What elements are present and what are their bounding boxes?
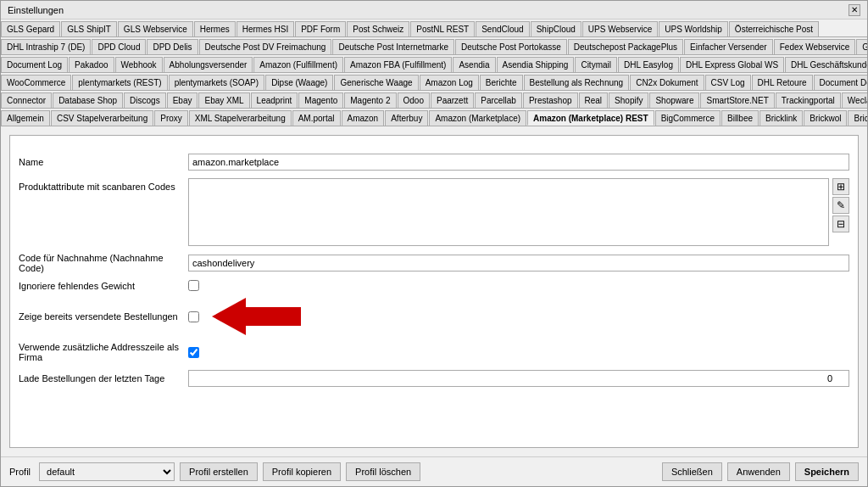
tab-magento-2[interactable]: Magento 2 <box>344 92 396 108</box>
tab-dhl-express-global[interactable]: DHL Express Global WS <box>680 57 784 72</box>
tab-document-downloader[interactable]: Document Downloader <box>814 75 867 90</box>
tab-generische-waage[interactable]: Generische Waage <box>334 75 418 90</box>
tab-gls-gepard[interactable]: GLS Gepard <box>1 21 60 36</box>
add-row-button[interactable]: ⊞ <box>832 178 849 195</box>
tab-shopify[interactable]: Shopify <box>609 92 648 108</box>
tab-gls-shipit[interactable]: GLS ShipIT <box>61 21 117 36</box>
tab-gel-express[interactable]: GEL Express <box>856 39 867 54</box>
tab-csv-log[interactable]: CSV Log <box>705 75 751 90</box>
tab-pakadoo[interactable]: Pakadoo <box>69 57 114 72</box>
tab-smartstore[interactable]: SmartStore.NET <box>700 92 774 108</box>
profile-select[interactable]: default <box>39 462 175 481</box>
tab-fedex-webservice[interactable]: Fedex Webservice <box>774 39 856 54</box>
tab-post-schweiz[interactable]: Post Schweiz <box>347 21 409 36</box>
profil-kopieren-button[interactable]: Profil kopieren <box>263 462 341 481</box>
profil-loeschen-button[interactable]: Profil löschen <box>346 462 420 481</box>
tab-csv-stapel[interactable]: CSV Stapelverarbeitung <box>51 110 153 126</box>
anwenden-button[interactable]: Anwenden <box>727 462 790 481</box>
tab-bricksout[interactable]: Bricksout <box>848 110 867 126</box>
ignoriere-checkbox[interactable] <box>188 280 199 291</box>
tab-billbee[interactable]: Billbee <box>721 110 759 126</box>
tab-parcellab[interactable]: Parcellab <box>475 92 522 108</box>
tab-woocommerce[interactable]: WooCommerce <box>1 75 71 90</box>
tab-dipse-waage[interactable]: Dipse (Waage) <box>265 75 333 90</box>
tab-deutschepost-package[interactable]: Deutschepost PackagePlus <box>568 39 683 54</box>
tab-abholungsversender[interactable]: Abholungsversender <box>164 57 253 72</box>
tab-database-shop[interactable]: Database Shop <box>53 92 123 108</box>
delete-row-button[interactable]: ⊟ <box>832 216 849 232</box>
tab-allgemein[interactable]: Allgemein <box>1 110 50 126</box>
tab-plentymarkets-soap[interactable]: plentymarkets (SOAP) <box>169 75 264 90</box>
tab-gls-webservice[interactable]: GLS Webservice <box>118 21 193 36</box>
edit-row-button[interactable]: ✎ <box>832 197 849 214</box>
tab-oesterreichische-post[interactable]: Österreichische Post <box>729 21 819 36</box>
tab-dhl-easylog[interactable]: DHL Easylog <box>618 57 679 72</box>
tab-bestellung-als-rechnung[interactable]: Bestellung als Rechnung <box>524 75 630 90</box>
close-button[interactable]: ✕ <box>849 4 860 16</box>
tab-real[interactable]: Real <box>579 92 609 108</box>
tab-xml-stapel[interactable]: XML Stapelverarbeitung <box>189 110 292 126</box>
tab-sendcloud[interactable]: SendCloud <box>476 21 529 36</box>
tab-amazon-marketplace-rest[interactable]: Amazon (Marketplace) REST <box>527 110 654 126</box>
tab-brickwol[interactable]: Brickwol <box>804 110 847 126</box>
tab-leadprint[interactable]: Leadprint <box>251 92 298 108</box>
tab-row-2: DHL Intraship 7 (DE) DPD Cloud DPD Delis… <box>1 37 867 55</box>
tab-am-portal[interactable]: AM.portal <box>292 110 341 126</box>
tab-shipcloud[interactable]: ShipCloud <box>531 21 581 36</box>
tab-hermes-hsi[interactable]: Hermes HSI <box>236 21 294 36</box>
tab-odoo[interactable]: Odoo <box>398 92 430 108</box>
zeige-checkbox[interactable] <box>188 311 199 322</box>
tab-bigcommerce[interactable]: BigCommerce <box>655 110 721 126</box>
tab-postnl-rest[interactable]: PostNL REST <box>410 21 475 36</box>
tab-deutsche-post-dv[interactable]: Deutsche Post DV Freimachung <box>199 39 332 54</box>
schliessen-button[interactable]: Schließen <box>662 462 722 481</box>
tab-afterbuy[interactable]: Afterbuy <box>385 110 428 126</box>
tab-dhl-geschaeft[interactable]: DHL Geschäftskundenversand <box>785 57 867 72</box>
tab-citymail[interactable]: Citymail <box>575 57 617 72</box>
tab-amazon-log[interactable]: Amazon Log <box>420 75 479 90</box>
tab-einfacher-versender[interactable]: Einfacher Versender <box>684 39 773 54</box>
tab-magento[interactable]: Magento <box>298 92 343 108</box>
tab-amazon-fulfillment[interactable]: Amazon (Fulfillment) <box>253 57 343 72</box>
tab-dhl-retoure[interactable]: DHL Retoure <box>752 75 813 90</box>
tab-berichte[interactable]: Berichte <box>480 75 523 90</box>
tab-weclapp[interactable]: Weclapp <box>842 92 867 108</box>
tab-paarzett[interactable]: Paarzett <box>431 92 474 108</box>
tab-amazon-fba[interactable]: Amazon FBA (Fulfillment) <box>344 57 452 72</box>
tab-dhl-intraship[interactable]: DHL Intraship 7 (DE) <box>1 39 91 54</box>
code-input[interactable] <box>188 255 849 271</box>
tab-ups-worldship[interactable]: UPS Worldship <box>659 21 728 36</box>
tab-amazon-marketplace[interactable]: Amazon (Marketplace) <box>429 110 526 126</box>
tab-ebay-xml[interactable]: Ebay XML <box>198 92 249 108</box>
lade-input[interactable] <box>188 370 849 387</box>
name-input[interactable] <box>188 154 849 171</box>
speichern-button[interactable]: Speichern <box>795 462 859 481</box>
tab-dpd-cloud[interactable]: DPD Cloud <box>92 39 146 54</box>
tab-document-log[interactable]: Document Log <box>1 57 68 72</box>
tab-hermes[interactable]: Hermes <box>194 21 236 36</box>
tab-ebay[interactable]: Ebay <box>167 92 198 108</box>
verwende-checkbox[interactable] <box>188 347 199 358</box>
zeige-row: Zeige bereits versendete Bestellungen <box>19 298 849 335</box>
tab-amazon[interactable]: Amazon <box>342 110 385 126</box>
tab-plentymarkets-rest[interactable]: plentymarkets (REST) <box>72 75 167 90</box>
produktattribute-textarea[interactable] <box>188 178 829 246</box>
tab-webhook[interactable]: Webhook <box>115 57 163 72</box>
tab-pdf-form[interactable]: PDF Form <box>295 21 346 36</box>
tab-asendia[interactable]: Asendia <box>453 57 495 72</box>
tab-proxy[interactable]: Proxy <box>154 110 188 126</box>
tab-shopware[interactable]: Shopware <box>649 92 699 108</box>
tab-bricklink[interactable]: Bricklink <box>760 110 803 126</box>
tab-dpd-delis[interactable]: DPD Delis <box>147 39 198 54</box>
tab-ups-webservice[interactable]: UPS Webservice <box>582 21 658 36</box>
tab-deutsche-post-porto[interactable]: Deutsche Post Portokasse <box>455 39 567 54</box>
tab-row-5: Connector Database Shop Discogs Ebay Eba… <box>1 91 867 109</box>
tab-connector[interactable]: Connector <box>1 92 52 108</box>
tab-cn2x-dokument[interactable]: CN2x Dokument <box>630 75 704 90</box>
tab-deutsche-post-inet[interactable]: Deutsche Post Internetmarke <box>332 39 454 54</box>
tab-discogs[interactable]: Discogs <box>124 92 166 108</box>
tab-asendia-shipping[interactable]: Asendia Shipping <box>497 57 575 72</box>
tab-trackingportal[interactable]: Trackingportal <box>776 92 841 108</box>
profil-erstellen-button[interactable]: Profil erstellen <box>180 462 258 481</box>
tab-prestashop[interactable]: Prestashop <box>523 92 578 108</box>
